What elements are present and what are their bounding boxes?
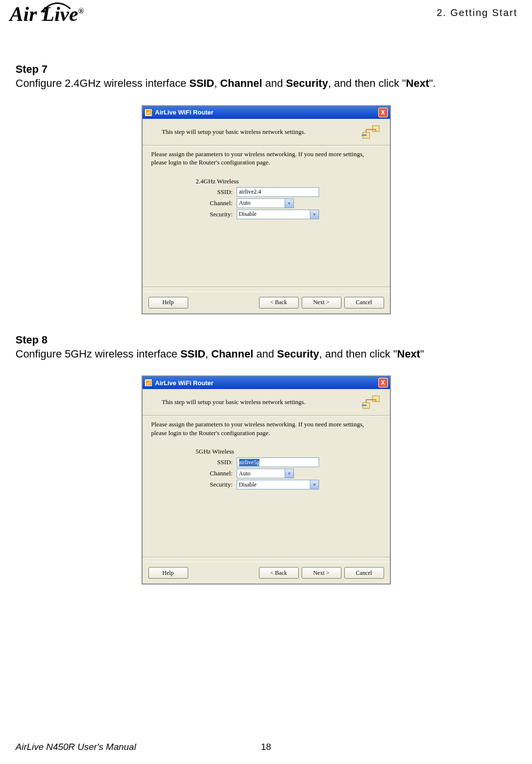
dialog-title: AirLive WiFi Router: [155, 109, 378, 116]
dialog-title: AirLive WiFi Router: [155, 379, 378, 387]
help-button[interactable]: Help: [148, 567, 188, 579]
dialog-instructions: Please assign the parameters to your wir…: [143, 150, 390, 167]
chevron-down-icon: ▾: [285, 469, 293, 478]
ssid-input-24[interactable]: [237, 187, 319, 197]
step8-title: Step 8: [16, 334, 516, 346]
svg-point-0: [42, 10, 45, 13]
chevron-down-icon: ▾: [310, 480, 319, 489]
dialog-header-text: This step will setup your basic wireless…: [162, 398, 362, 406]
section-label-24: 2.4GHz Wireless: [143, 178, 390, 185]
footer-page: 18: [261, 742, 271, 752]
step7-title: Step 7: [16, 63, 516, 76]
chevron-down-icon: ▾: [310, 210, 319, 219]
security-label: Security:: [196, 481, 237, 488]
back-button[interactable]: < Back: [259, 567, 299, 579]
chapter-label: 2. Getting Start: [436, 7, 517, 18]
channel-label: Channel:: [196, 199, 237, 207]
channel-label: Channel:: [196, 470, 237, 477]
dialog-5ghz: 📶 AirLive WiFi Router X This step will s…: [142, 375, 391, 585]
step8-text: Configure 5GHz wireless interface SSID, …: [16, 347, 516, 361]
channel-select-24[interactable]: Auto▾: [237, 198, 294, 208]
dialog-titlebar[interactable]: 📶 AirLive WiFi Router X: [143, 376, 390, 389]
security-select-5[interactable]: Disable▾: [237, 480, 319, 489]
dialog-instructions: Please assign the parameters to your wir…: [143, 420, 390, 437]
security-select-24[interactable]: Disable▾: [237, 210, 319, 219]
app-icon: 📶: [145, 109, 152, 116]
security-label: Security:: [196, 211, 237, 218]
cancel-button[interactable]: Cancel: [344, 297, 384, 309]
cancel-button[interactable]: Cancel: [344, 567, 384, 579]
airlive-logo: Air Live®: [10, 2, 84, 26]
network-icon: [362, 394, 381, 410]
dialog-header-text: This step will setup your basic wireless…: [162, 128, 362, 136]
svg-rect-3: [362, 134, 367, 136]
back-button[interactable]: < Back: [259, 297, 299, 309]
app-icon: 📶: [145, 379, 152, 387]
chevron-down-icon: ▾: [285, 199, 293, 208]
ssid-input-5[interactable]: airlive5g: [237, 457, 319, 467]
section-label-5: 5GHz Wireless: [143, 448, 390, 455]
dialog-titlebar[interactable]: 📶 AirLive WiFi Router X: [143, 106, 390, 119]
svg-rect-6: [362, 405, 367, 406]
ssid-label: SSID:: [196, 458, 237, 466]
dialog-24ghz: 📶 AirLive WiFi Router X This step will s…: [142, 105, 391, 314]
next-button[interactable]: Next >: [302, 567, 341, 579]
next-button[interactable]: Next >: [302, 297, 341, 309]
step7-text: Configure 2.4GHz wireless interface SSID…: [16, 77, 516, 91]
close-icon[interactable]: X: [378, 378, 388, 388]
ssid-label: SSID:: [196, 188, 237, 196]
network-icon: [362, 124, 381, 140]
header-stripe: [126, 19, 532, 39]
channel-select-5[interactable]: Auto▾: [237, 469, 294, 478]
close-icon[interactable]: X: [378, 108, 388, 117]
help-button[interactable]: Help: [148, 297, 188, 309]
